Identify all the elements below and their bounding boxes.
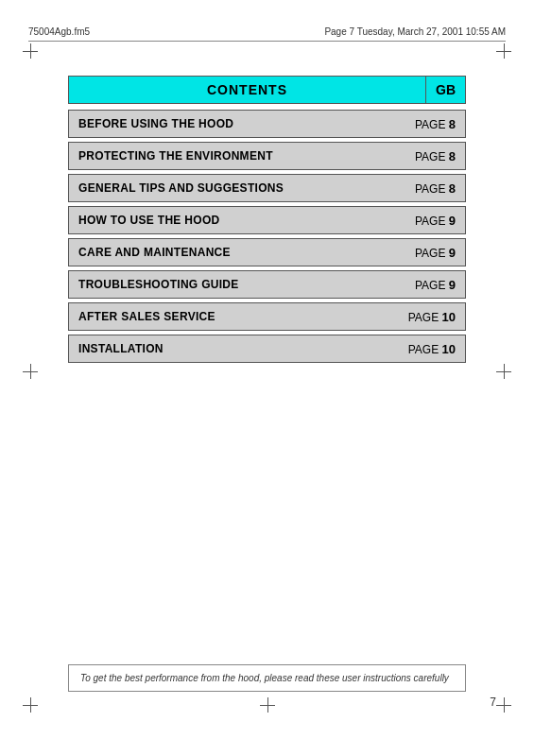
header-filename: 75004Agb.fm5 — [28, 26, 90, 37]
crosshair-mid-right — [496, 364, 511, 379]
toc-page-number: 9 — [449, 246, 456, 260]
toc-page-number: 8 — [449, 181, 456, 196]
crosshair-bottom-right — [496, 697, 511, 713]
footer-note-text: To get the best performance from the hoo… — [80, 673, 449, 683]
toc-row: HOW TO USE THE HOODPAGE 9 — [68, 206, 466, 234]
toc-row-page: PAGE 9 — [405, 240, 465, 266]
toc-page-number: 9 — [449, 214, 456, 228]
toc-row: CARE AND MAINTENANCEPAGE 9 — [68, 238, 466, 266]
crosshair-mid-left — [23, 364, 38, 379]
toc-page-number: 8 — [449, 149, 456, 163]
page-number: 7 — [490, 696, 496, 709]
toc-row: PROTECTING THE ENVIRONMENTPAGE 8 — [68, 142, 466, 170]
toc-row: TROUBLESHOOTING GUIDEPAGE 9 — [68, 270, 466, 299]
toc-row-page: PAGE 9 — [405, 272, 465, 298]
toc-row: AFTER SALES SERVICEPAGE 10 — [68, 302, 466, 331]
contents-gb-label: GB — [425, 76, 466, 104]
toc-row: GENERAL TIPS AND SUGGESTIONSPAGE 8 — [68, 174, 466, 202]
toc-row-page: PAGE 9 — [405, 208, 465, 233]
toc-row-label: AFTER SALES SERVICE — [69, 304, 399, 329]
toc-row: BEFORE USING THE HOODPAGE 8 — [68, 110, 466, 138]
header-page-info: Page 7 Tuesday, March 27, 2001 10:55 AM — [324, 26, 506, 37]
crosshair-bottom-mid — [260, 697, 275, 713]
main-content: CONTENTS GB BEFORE USING THE HOODPAGE 8P… — [68, 76, 466, 367]
contents-title: CONTENTS — [68, 76, 425, 104]
toc-row-page: PAGE 10 — [399, 304, 465, 330]
crosshair-top-right — [496, 43, 511, 59]
page-container: 75004Agb.fm5 Page 7 Tuesday, March 27, 2… — [0, 0, 534, 756]
crosshair-bottom-left — [23, 697, 38, 713]
toc-row-page: PAGE 10 — [399, 336, 465, 362]
toc-row: INSTALLATIONPAGE 10 — [68, 335, 466, 363]
contents-header: CONTENTS GB — [68, 76, 466, 104]
toc-row-page: PAGE 8 — [405, 144, 465, 169]
toc-page-number: 9 — [449, 278, 456, 292]
toc-row-page: PAGE 8 — [405, 112, 465, 137]
toc-table: BEFORE USING THE HOODPAGE 8PROTECTING TH… — [68, 110, 466, 363]
toc-page-number: 8 — [449, 117, 456, 131]
toc-page-number: 10 — [442, 342, 456, 356]
toc-row-label: INSTALLATION — [69, 336, 399, 361]
toc-page-number: 10 — [442, 310, 456, 324]
toc-row-label: GENERAL TIPS AND SUGGESTIONS — [69, 176, 405, 200]
footer-note: To get the best performance from the hoo… — [68, 664, 466, 692]
crosshair-top-left — [23, 43, 38, 59]
toc-row-label: HOW TO USE THE HOOD — [69, 208, 405, 232]
toc-row-label: PROTECTING THE ENVIRONMENT — [69, 144, 405, 168]
toc-row-label: BEFORE USING THE HOOD — [69, 112, 405, 136]
toc-row-label: CARE AND MAINTENANCE — [69, 240, 405, 265]
header-bar: 75004Agb.fm5 Page 7 Tuesday, March 27, 2… — [28, 26, 506, 42]
toc-row-page: PAGE 8 — [405, 176, 465, 201]
toc-row-label: TROUBLESHOOTING GUIDE — [69, 272, 405, 297]
